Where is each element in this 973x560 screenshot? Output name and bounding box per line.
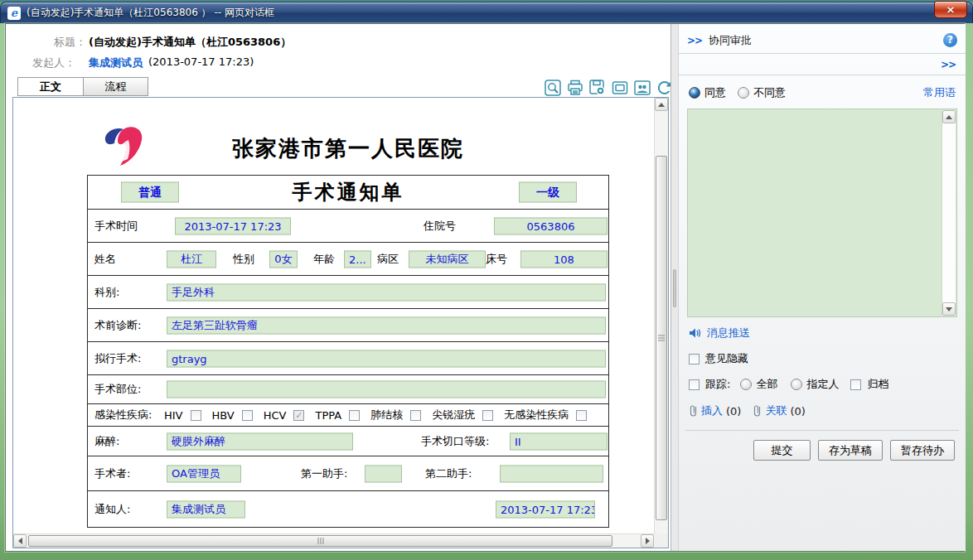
notifier-field[interactable]: 集成测试员	[167, 500, 245, 518]
name-field[interactable]: 杜江	[167, 250, 216, 268]
infection-label: 感染性疾病:	[94, 408, 152, 422]
surgeon-label: 手术者:	[94, 466, 130, 481]
splitter-handle[interactable]	[673, 269, 676, 307]
infection-checkbox[interactable]	[576, 410, 587, 421]
admission-no-field[interactable]: 0563806	[494, 217, 608, 234]
tab-flow[interactable]: 流程	[83, 77, 148, 96]
horizontal-scroll-thumb[interactable]	[28, 535, 612, 547]
infection-checkbox[interactable]	[410, 410, 421, 421]
comment-scroll-up-button[interactable]	[942, 110, 956, 123]
document-toolbar	[543, 78, 674, 97]
insert-link[interactable]: 插入	[701, 403, 723, 418]
ward-label: 病区	[377, 252, 399, 267]
infection-item-label: HCV	[264, 409, 287, 422]
track-checkbox[interactable]	[689, 379, 699, 390]
assistant1-field[interactable]	[365, 465, 402, 482]
relate-link[interactable]: 关联	[765, 403, 787, 418]
infection-item: 尖锐湿疣	[432, 408, 493, 422]
panel-splitter[interactable]	[670, 24, 679, 551]
document-icon[interactable]	[610, 78, 629, 97]
ward-field[interactable]: 未知病区	[409, 250, 486, 268]
approval-panel: >> 协同审批 ? >> 同意 不同意 常用语 消息推送	[679, 24, 966, 551]
scroll-up-button[interactable]	[655, 98, 668, 111]
infection-checkbox[interactable]	[191, 410, 201, 421]
infection-checkbox[interactable]	[482, 410, 493, 421]
diagnosis-field[interactable]: 左足第三趾软骨瘤	[167, 316, 606, 334]
disagree-radio[interactable]	[738, 87, 749, 99]
hospital-name: 张家港市第一人民医院	[87, 134, 609, 163]
infection-row: 感染性疾病: HIV HBV HCV TPPA	[88, 403, 608, 426]
disagree-label: 不同意	[753, 85, 786, 100]
infection-item-label: HBV	[212, 409, 235, 422]
scroll-right-button[interactable]	[641, 534, 654, 548]
track-assignee-radio[interactable]	[791, 379, 802, 390]
close-button[interactable]: ×	[934, 1, 967, 18]
infection-checkbox[interactable]	[242, 410, 253, 421]
preview-icon[interactable]	[543, 78, 562, 97]
print-icon[interactable]	[565, 78, 584, 97]
comment-textarea[interactable]	[687, 109, 957, 317]
initiator-name-link[interactable]: 集成测试员	[89, 56, 143, 70]
comment-scroll-down-button[interactable]	[942, 302, 956, 316]
infection-item: HCV	[264, 409, 305, 422]
hide-opinion-checkbox[interactable]	[689, 354, 699, 364]
age-field[interactable]: 2...	[344, 250, 371, 268]
anesthesia-field[interactable]: 硬膜外麻醉	[167, 432, 353, 450]
notify-time-field[interactable]: 2013-07-17 17:23	[496, 500, 595, 518]
initiator-label: 发起人：	[32, 56, 75, 70]
speaker-icon	[689, 327, 702, 339]
form-title-row: 普通 手术通知单 一级	[88, 176, 608, 209]
surgery-site-field[interactable]	[167, 381, 606, 398]
paperclip-icon	[689, 404, 698, 418]
track-all-label: 全部	[756, 377, 777, 392]
vertical-scroll-thumb[interactable]	[656, 156, 667, 520]
tab-content[interactable]: 正文	[17, 77, 84, 96]
document-viewer: 张家港市第一人民医院 普通 手术通知单 一级 手术时间 2013-07-17 1…	[12, 97, 669, 548]
gender-field[interactable]: 0女	[269, 250, 298, 268]
collapse-arrows-icon[interactable]: >>	[941, 59, 956, 70]
hide-opinion-row: 意见隐藏	[679, 351, 966, 366]
anesthesia-label: 麻醉:	[94, 434, 119, 449]
desktop: { "window": { "title": "(自动发起)手术通知单（杜江05…	[0, 0, 973, 560]
scroll-left-button[interactable]	[13, 534, 27, 548]
dialog-titlebar[interactable]: e (自动发起)手术通知单（杜江0563806 ） -- 网页对话框	[0, 2, 973, 23]
admission-no-label: 住院号	[424, 219, 456, 234]
archive-checkbox[interactable]	[850, 379, 861, 390]
actions-divider	[685, 430, 959, 431]
bed-field[interactable]: 108	[520, 250, 608, 268]
common-phrases-link[interactable]: 常用语	[923, 85, 956, 100]
help-icon[interactable]: ?	[943, 33, 957, 47]
message-push-link[interactable]: 消息推送	[679, 326, 966, 340]
surgery-time-field[interactable]: 2013-07-17 17:23	[175, 217, 291, 234]
document-vertical-scrollbar[interactable]	[654, 98, 668, 533]
hold-pending-button[interactable]: 暂存待办	[890, 440, 955, 461]
infection-checkbox[interactable]	[349, 410, 360, 421]
infection-checkbox[interactable]	[293, 410, 304, 421]
ie-browser-icon: e	[7, 7, 21, 20]
agree-label: 同意	[704, 85, 726, 100]
submit-button[interactable]: 提交	[753, 440, 811, 461]
incision-grade-field[interactable]: II	[510, 432, 608, 450]
relate-count: (0)	[790, 405, 805, 418]
save-icon[interactable]	[588, 78, 607, 97]
department-field[interactable]: 手足外科	[167, 283, 606, 301]
comment-scrollbar[interactable]	[942, 110, 956, 316]
anesthesia-row: 麻醉: 硬膜外麻醉 手术切口等级: II	[88, 426, 608, 456]
agree-radio[interactable]	[689, 87, 700, 99]
photo-icon[interactable]	[632, 78, 651, 97]
priority-level-button[interactable]: 一级	[519, 182, 577, 203]
track-all-radio[interactable]	[740, 379, 752, 390]
department-label: 科别:	[94, 285, 119, 300]
bed-label: 床号	[486, 252, 507, 267]
track-label: 跟踪:	[705, 377, 730, 392]
approval-title: 协同审批	[709, 33, 752, 48]
expand-arrows-icon[interactable]: >>	[687, 35, 702, 46]
save-draft-button[interactable]: 存为草稿	[818, 440, 883, 461]
initiator-time: (2013-07-17 17:23)	[148, 56, 254, 68]
surgery-form-table: 普通 手术通知单 一级 手术时间 2013-07-17 17:23 住院号 05…	[87, 175, 609, 528]
document-horizontal-scrollbar[interactable]	[13, 533, 654, 548]
action-buttons: 提交 存为草稿 暂存待办	[679, 440, 966, 461]
planned-surgery-field[interactable]: gtrayg	[167, 350, 606, 367]
surgeon-field[interactable]: OA管理员	[167, 465, 241, 482]
assistant2-field[interactable]	[500, 465, 603, 482]
